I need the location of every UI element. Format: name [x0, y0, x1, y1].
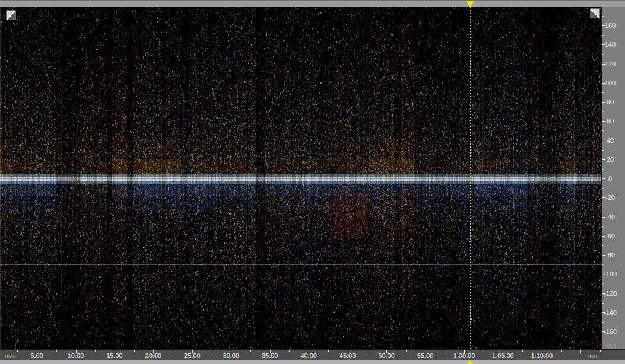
time-minor-tick — [95, 350, 96, 352]
left-scale-handle-icon[interactable] — [6, 10, 16, 20]
time-axis-unit-label-right: чмс — [588, 352, 599, 359]
phase-tick-label: -20 — [602, 194, 618, 201]
phase-tick — [602, 283, 604, 284]
phase-tick — [602, 54, 604, 55]
time-tick-label: 20:00 — [145, 352, 162, 359]
time-minor-tick — [134, 350, 135, 352]
playhead-marker-bottom-icon[interactable] — [467, 360, 474, 364]
phase-tick — [602, 35, 604, 36]
bottom-edge-strip — [0, 360, 625, 364]
time-tick-label: 45:00 — [340, 352, 356, 359]
phase-tick — [602, 188, 604, 189]
time-minor-tick — [56, 350, 57, 352]
phase-tick-label: -40 — [602, 213, 618, 221]
time-minor-tick — [600, 350, 601, 352]
phase-tick-label: 80 — [602, 98, 618, 106]
phase-tick — [602, 111, 604, 112]
phase-tick — [602, 150, 604, 151]
phase-tick-label: -120 — [602, 290, 618, 297]
time-tick-label: 35:00 — [262, 352, 278, 359]
time-minor-tick — [406, 350, 407, 352]
time-minor-tick — [173, 350, 173, 352]
time-minor-tick — [484, 350, 484, 352]
time-minor-tick — [17, 350, 18, 352]
phase-tick-label: 140 — [602, 41, 618, 48]
playhead-marker-top-icon[interactable] — [466, 1, 474, 7]
right-scale-handle-icon[interactable] — [590, 8, 600, 18]
phase-spectrogram[interactable] — [0, 7, 601, 349]
phase-tick-label: 0 — [602, 175, 618, 182]
phase-tick-label: 120 — [602, 60, 618, 68]
phase-tick-label: -100 — [602, 270, 618, 277]
time-tick-label: 5:00 — [30, 352, 43, 359]
time-axis[interactable]: чмс чмс 5:0010:0015:0020:0025:0030:0035:… — [0, 349, 625, 360]
time-tick-label: 55:00 — [417, 352, 434, 359]
phase-tick — [602, 245, 604, 246]
phase-tick — [602, 169, 604, 170]
time-tick-label: 15:00 — [106, 352, 123, 359]
time-axis-unit-label-left: чмс — [5, 352, 16, 359]
time-tick — [580, 350, 581, 353]
time-minor-tick — [212, 350, 212, 352]
phase-tick-label: 100 — [602, 79, 618, 87]
time-minor-tick — [561, 350, 562, 352]
phase-tick — [602, 264, 604, 265]
phase-tick — [602, 16, 604, 17]
time-tick-label: 30:00 — [223, 352, 240, 359]
time-minor-tick — [328, 350, 329, 352]
phase-tick-label: -160 — [602, 328, 618, 335]
time-tick-label: 10:00 — [68, 352, 84, 359]
phase-tick — [602, 207, 604, 207]
time-minor-tick — [522, 350, 523, 352]
phase-tick-label: -60 — [602, 232, 618, 240]
time-tick-label: 1:10:00 — [531, 352, 553, 359]
phase-axis[interactable]: грд -160-140-120-100-80-60-40-2002040608… — [601, 7, 625, 349]
phase-analysis-panel: грд -160-140-120-100-80-60-40-2002040608… — [0, 0, 625, 364]
phase-tick-label: 60 — [602, 117, 618, 124]
time-tick-label: 1:00:00 — [453, 352, 475, 359]
time-minor-tick — [250, 350, 251, 352]
time-minor-tick — [289, 350, 290, 352]
phase-tick-label: -80 — [602, 251, 618, 258]
time-tick-label: 25:00 — [184, 352, 201, 359]
phase-tick — [602, 341, 604, 341]
phase-tick-label: 40 — [602, 137, 618, 144]
phase-tick-label: -140 — [602, 309, 618, 316]
phase-tick — [602, 130, 604, 131]
time-tick-label: 40:00 — [300, 352, 317, 359]
phase-tick — [602, 303, 604, 304]
time-tick-label: 50:00 — [378, 352, 395, 359]
time-minor-tick — [445, 350, 445, 352]
phase-tick-label: 20 — [602, 156, 618, 163]
phase-tick-label: 160 — [602, 22, 618, 29]
phase-tick — [602, 226, 604, 227]
top-timeline-bar[interactable] — [0, 0, 625, 7]
phase-tick — [602, 322, 604, 323]
phase-tick — [602, 74, 604, 74]
time-minor-tick — [367, 350, 367, 352]
phase-tick — [602, 92, 604, 93]
time-tick-label: 1:05:00 — [492, 352, 514, 359]
phase-axis-unit-label: грд — [606, 341, 616, 349]
